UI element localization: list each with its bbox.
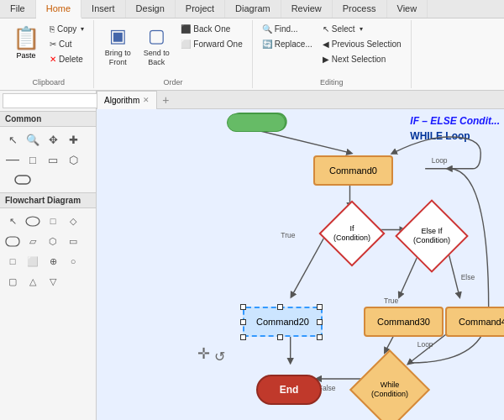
send-back-icon: ▢ bbox=[148, 25, 165, 47]
order-buttons: ▣ Bring to Front ▢ Send to Back ⬛ Back O… bbox=[99, 22, 246, 87]
fc-tool-hex[interactable]: ⬡ bbox=[44, 232, 62, 250]
tab-design[interactable]: Design bbox=[126, 0, 176, 18]
find-button[interactable]: 🔍 Find... bbox=[258, 22, 317, 36]
tab-review[interactable]: Review bbox=[281, 0, 333, 18]
fc-tool-circle[interactable]: ○ bbox=[64, 252, 82, 270]
else-if-condition-node[interactable]: Else If(Condition) bbox=[406, 210, 458, 262]
svg-rect-2 bbox=[6, 237, 19, 246]
ribbon-group-order: ▣ Bring to Front ▢ Send to Back ⬛ Back O… bbox=[94, 20, 252, 88]
tab-view[interactable]: View bbox=[387, 0, 428, 18]
fc-tool-circle-plus[interactable]: ⊕ bbox=[44, 252, 62, 270]
while-condition-node[interactable]: While(Condition) bbox=[361, 361, 418, 418]
fc-tool-rect4[interactable]: ▢ bbox=[3, 272, 22, 291]
tab-project[interactable]: Project bbox=[176, 0, 225, 18]
diagram-svg: Loop True True Else bbox=[97, 109, 504, 420]
svg-line-4 bbox=[259, 130, 350, 152]
diagram-canvas[interactable]: IF – ELSE Condit... WHILE Loop Loop True bbox=[97, 109, 504, 420]
sel-handle-br bbox=[317, 334, 323, 340]
bring-front-button[interactable]: ▣ Bring to Front bbox=[99, 22, 136, 71]
command0-node[interactable]: Command0 bbox=[313, 155, 393, 186]
command30-node[interactable]: Command30 bbox=[364, 307, 444, 337]
ribbon-group-editing: 🔍 Find... 🔄 Replace... ↖ Select ◀ bbox=[253, 20, 412, 88]
tool-shape1[interactable]: □ bbox=[24, 150, 42, 169]
back-one-button[interactable]: ⬛ Back One bbox=[176, 22, 246, 36]
cut-label: Cut bbox=[59, 39, 72, 49]
command20-label: Command20 bbox=[256, 317, 309, 327]
fc-tool-rounded[interactable] bbox=[3, 232, 22, 250]
tool-select[interactable]: ↖ bbox=[3, 130, 22, 149]
replace-label: Replace... bbox=[275, 39, 312, 49]
paste-button[interactable]: 📋 Paste bbox=[8, 22, 44, 63]
end-node[interactable]: End bbox=[256, 375, 322, 405]
common-section-header[interactable]: Common bbox=[0, 112, 96, 127]
ribbon-content: 📋 Paste ⎘ Copy ✂ Cut ✕ Delete bbox=[0, 18, 504, 90]
ribbon-tab-bar: File Home Insert Design Project Diagram … bbox=[0, 0, 504, 18]
while-cond-label: While(Condition) bbox=[371, 381, 408, 399]
next-sel-label: Next Selection bbox=[332, 55, 386, 64]
fc-tool-rect[interactable]: □ bbox=[44, 212, 62, 230]
tool-zoom[interactable]: 🔍 bbox=[24, 130, 42, 149]
delete-button[interactable]: ✕ Delete bbox=[45, 52, 88, 66]
fc-tool-oval[interactable] bbox=[24, 212, 42, 230]
order-small-buttons: ⬛ Back One ⬜ Forward One bbox=[176, 22, 246, 51]
tool-shape3[interactable]: ⬡ bbox=[64, 150, 82, 169]
copy-icon: ⎘ bbox=[50, 24, 55, 34]
select-small-buttons: ↖ Select ◀ Previous Selection ▶ Next Sel… bbox=[318, 22, 406, 66]
prev-sel-icon: ◀ bbox=[323, 39, 329, 49]
add-tab-button[interactable]: + bbox=[157, 92, 174, 108]
tab-bar: Algorithm ✕ + bbox=[97, 91, 504, 109]
send-back-label: Send to Back bbox=[140, 49, 172, 67]
flowchart-section-header[interactable]: Flowchart Diagram bbox=[0, 192, 96, 208]
cursor-indicator: ✛ bbox=[197, 344, 210, 363]
cut-icon: ✂ bbox=[50, 39, 56, 49]
command40-node[interactable]: Command40 bbox=[445, 307, 504, 337]
fc-tool-rect2[interactable]: ▭ bbox=[64, 232, 82, 250]
command20-node[interactable]: Command20 bbox=[243, 307, 323, 337]
send-back-button[interactable]: ▢ Send to Back bbox=[138, 22, 175, 71]
tab-insert[interactable]: Insert bbox=[81, 0, 126, 18]
algorithm-tab[interactable]: Algorithm ✕ bbox=[97, 91, 157, 109]
fc-tool-triangle-down[interactable]: ▽ bbox=[44, 272, 62, 291]
editing-small-buttons: 🔍 Find... 🔄 Replace... bbox=[258, 22, 317, 51]
fc-tool-parallelogram[interactable]: ▱ bbox=[24, 232, 42, 250]
sel-handle-bc bbox=[277, 334, 283, 340]
svg-line-6 bbox=[292, 229, 328, 295]
sel-handle-mr bbox=[317, 319, 323, 325]
tab-diagram[interactable]: Diagram bbox=[225, 0, 281, 18]
back-one-label: Back One bbox=[193, 24, 230, 34]
fc-tool-diamond[interactable]: ◇ bbox=[64, 212, 82, 230]
tool-shape4[interactable] bbox=[3, 171, 42, 189]
if-cond-label: If(Condition) bbox=[333, 224, 370, 243]
tool-line[interactable]: — bbox=[3, 150, 22, 169]
if-condition-node[interactable]: If(Condition) bbox=[328, 210, 375, 257]
info-text: IF – ELSE Condit... WHILE Loop bbox=[410, 113, 500, 144]
cut-button[interactable]: ✂ Cut bbox=[45, 37, 88, 51]
tool-pan[interactable]: ✥ bbox=[44, 130, 62, 149]
sel-handle-bl bbox=[240, 334, 246, 340]
copy-label: Copy bbox=[57, 24, 76, 34]
fc-tool-square[interactable]: ⬜ bbox=[24, 252, 42, 270]
info-line1: IF – ELSE Condit... bbox=[410, 113, 500, 129]
forward-one-button[interactable]: ⬜ Forward One bbox=[176, 37, 246, 51]
fc-tool-rect3[interactable]: □ bbox=[3, 252, 22, 270]
paste-icon: 📋 bbox=[13, 25, 39, 51]
copy-button[interactable]: ⎘ Copy bbox=[45, 22, 88, 36]
tool-cross[interactable]: ✚ bbox=[64, 130, 82, 149]
back-one-icon: ⬛ bbox=[181, 24, 191, 34]
select-button[interactable]: ↖ Select bbox=[318, 22, 406, 36]
algorithm-tab-close[interactable]: ✕ bbox=[143, 96, 150, 104]
tab-file[interactable]: File bbox=[0, 0, 36, 18]
svg-point-1 bbox=[26, 217, 39, 226]
forward-one-label: Forward One bbox=[193, 39, 242, 49]
tab-home[interactable]: Home bbox=[36, 0, 81, 18]
replace-button[interactable]: 🔄 Replace... bbox=[258, 37, 317, 51]
start-node[interactable] bbox=[227, 113, 286, 132]
fc-tool-arrow[interactable]: ↖ bbox=[3, 212, 22, 230]
tab-process[interactable]: Process bbox=[333, 0, 387, 18]
fc-tool-triangle[interactable]: △ bbox=[24, 272, 42, 291]
delete-label: Delete bbox=[59, 55, 83, 64]
next-selection-button[interactable]: ▶ Next Selection bbox=[318, 52, 406, 66]
clipboard-buttons: 📋 Paste ⎘ Copy ✂ Cut ✕ Delete bbox=[8, 22, 88, 87]
tool-shape2[interactable]: ▭ bbox=[44, 150, 62, 169]
previous-selection-button[interactable]: ◀ Previous Selection bbox=[318, 37, 406, 51]
